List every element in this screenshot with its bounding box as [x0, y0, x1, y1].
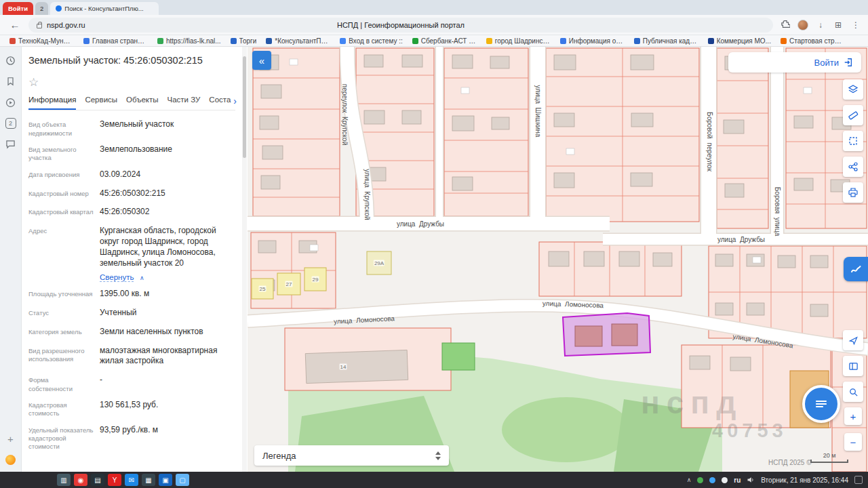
locate-button[interactable] [843, 330, 863, 350]
extensions-icon[interactable] [780, 20, 791, 30]
bookmark-item[interactable]: Вход в систему :: [336, 37, 406, 45]
chat-icon[interactable] [5, 139, 16, 150]
download-icon[interactable]: ↓ [815, 20, 826, 30]
panel-tab[interactable]: Соста [209, 96, 231, 108]
ruler-button[interactable] [843, 105, 863, 125]
panel-collapse-button[interactable]: « [252, 51, 271, 70]
bookmark-item[interactable]: Информация о р... [556, 37, 629, 45]
clock[interactable]: Вторник, 21 янв 2025, 16:44 [761, 476, 848, 484]
panel-scrollbar[interactable] [242, 47, 247, 472]
basemap-icon [849, 262, 863, 276]
field-link-row: Свернуть ∧ [100, 270, 235, 283]
panel-tab[interactable]: Сервисы [85, 96, 117, 108]
map-canvas[interactable] [248, 47, 868, 472]
bookmark-flag-icon[interactable] [5, 76, 16, 87]
keyboard-language[interactable]: ru [734, 476, 741, 484]
browser-tab[interactable]: Поиск - КонсультантПлю... [50, 2, 159, 15]
zoom-in-button[interactable]: + [844, 407, 862, 425]
legend-bar[interactable]: Легенда [254, 445, 449, 466]
collapse-address-link[interactable]: Свернуть [100, 273, 134, 282]
bookmark-item[interactable]: Коммерция МО... [704, 37, 775, 45]
layers-button[interactable] [843, 79, 863, 100]
bookmark-favicon [157, 38, 163, 44]
field-row: Дата присвоения 03.09.2024 ∧ [28, 169, 235, 182]
field-label: Удельный показатель кадастровой стоимост… [28, 425, 94, 451]
chevron-up-icon: ∧ [140, 274, 144, 281]
taskbar-app-icon[interactable]: Y [108, 474, 121, 486]
bookmark-favicon [634, 38, 640, 44]
scale-line [810, 460, 848, 463]
notifications-icon[interactable] [854, 476, 863, 484]
field-value: Учтенный [100, 308, 235, 319]
history-icon[interactable] [5, 55, 16, 66]
speaker-icon[interactable] [747, 476, 755, 484]
basemap-button[interactable] [844, 257, 868, 281]
taskbar-app-icon[interactable]: ✉ [125, 474, 138, 486]
favorite-star-icon[interactable]: ☆ [28, 75, 42, 89]
bookmark-item[interactable]: Сбербанк-АСТ -... [408, 37, 481, 45]
bookmark-item[interactable]: Публичная кадас... [630, 37, 703, 45]
scrollbar-thumb[interactable] [243, 56, 246, 158]
tray-app-blue-icon[interactable] [709, 477, 715, 483]
back-button[interactable]: ← [8, 19, 22, 30]
bookmark-item[interactable]: Стартовая стран... [776, 37, 849, 45]
scale-label: 20 м [823, 452, 836, 459]
tabs-scroll-chevron-icon[interactable]: › [232, 96, 238, 106]
fields-list: Вид объекта недвижимости Земельный участ… [28, 119, 235, 451]
field-row: Статус Учтенный ∧ [28, 308, 235, 320]
bookmark-item[interactable]: Главная страниц... [79, 37, 152, 45]
taskbar-app-icon[interactable]: ▥ [57, 474, 71, 486]
bookmark-item[interactable]: город Шадринск... [482, 37, 555, 45]
login-button[interactable]: Войти [728, 52, 861, 73]
menu-icon[interactable]: ⋮ [850, 20, 861, 30]
search-map-button[interactable] [843, 382, 863, 402]
taskbar-app-icon[interactable]: ▢ [176, 474, 189, 486]
taskbar-app-icon[interactable]: ▦ [142, 474, 155, 486]
address-bar[interactable]: nspd.gov.ru НСПД | Геоинформационный пор… [28, 18, 773, 33]
field-value-wrap: 03.09.2024 ∧ [100, 169, 235, 182]
tray-app-green-icon[interactable] [697, 477, 703, 483]
tray-expand-icon[interactable]: ∧ [687, 476, 692, 483]
bookmark-favicon [340, 38, 346, 44]
tabs-count-badge[interactable]: 2 [5, 118, 16, 129]
field-value-wrap: 45:26:050302:215 ∧ [100, 188, 235, 201]
browser-tab-counter[interactable]: 2 [35, 2, 48, 15]
print-button[interactable] [843, 182, 863, 203]
bookmark-item[interactable]: Торги [226, 37, 261, 45]
panel-view-button[interactable] [843, 356, 863, 376]
avatar[interactable] [797, 20, 808, 30]
bookmark-favicon [83, 38, 90, 44]
field-value: 45:26:050302:215 [100, 188, 235, 199]
add-panel-icon[interactable]: + [7, 433, 14, 445]
browser-tab-pinned[interactable]: Войти [3, 2, 33, 15]
bookmark-favicon [9, 38, 16, 44]
bookmark-item[interactable]: ТехноКад-Муниц... [5, 37, 78, 45]
panel-tab[interactable]: Части ЗУ [167, 96, 201, 108]
feedback-chat-button[interactable] [802, 385, 840, 423]
area-select-button[interactable] [843, 131, 863, 151]
zoom-out-button[interactable]: − [844, 433, 862, 451]
bookmark-item[interactable]: https://fias-lk.nal... [153, 37, 225, 45]
taskbar-app-icon[interactable]: ◉ [74, 474, 87, 486]
field-label: Вид объекта недвижимости [28, 119, 94, 138]
bookmark-favicon [412, 38, 418, 44]
field-value-wrap: Земельный участок ∧ [100, 119, 235, 138]
taskbar-app-icon[interactable]: ▤ [91, 474, 104, 486]
bookmark-label: Главная страниц... [92, 37, 148, 45]
apps-grid-icon[interactable]: ⊞ [833, 20, 844, 30]
login-label: Войти [814, 58, 839, 68]
panel-tab[interactable]: Информация [28, 96, 76, 110]
play-icon[interactable] [5, 97, 16, 108]
screen: Войти 2 Поиск - КонсультантПлю... ← nspd… [0, 0, 868, 488]
field-value: Земли населенных пунктов [100, 327, 235, 338]
taskbar: ▥ ◉ ▤ Y ✉ ▦ ▣ ▢ ∧ ru Вторник, 21 янв [0, 472, 868, 488]
share-button[interactable] [843, 157, 863, 177]
weather-icon[interactable] [5, 455, 16, 465]
bookmark-item[interactable]: *КонсультантПлю... [262, 37, 334, 45]
ruler-icon [848, 110, 859, 121]
field-row: Кадастровый квартал 45:26:050302 ∧ [28, 207, 235, 219]
panel-tab[interactable]: Объекты [126, 96, 158, 108]
tray-app-white-icon[interactable] [722, 477, 728, 483]
taskbar-app-icon[interactable]: ▣ [159, 474, 172, 486]
toolbar-icons: ↓ ⊞ ⋮ [780, 20, 861, 30]
